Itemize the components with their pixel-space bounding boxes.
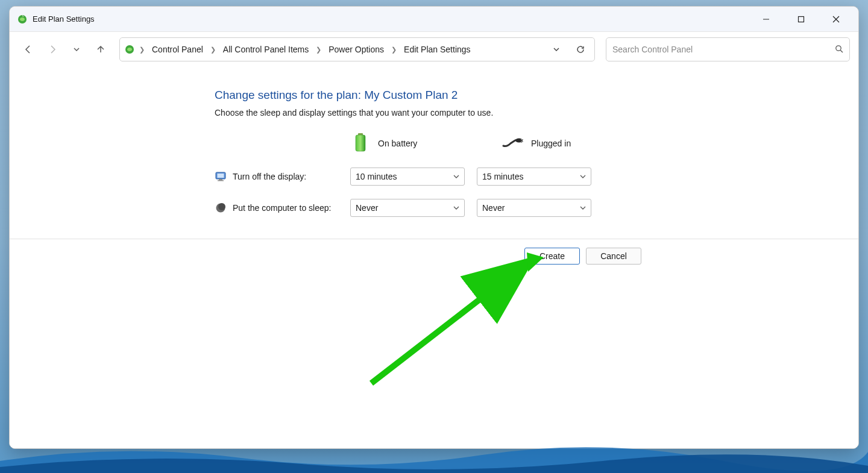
select-value: Never: [356, 203, 378, 213]
cancel-button[interactable]: Cancel: [586, 248, 641, 265]
titlebar: Edit Plan Settings: [10, 7, 858, 32]
breadcrumb-edit-plan[interactable]: Edit Plan Settings: [400, 42, 474, 57]
battery-icon: [350, 132, 371, 154]
chevron-right-icon[interactable]: ❯: [209, 46, 217, 54]
setting-label: Put the computer to sleep:: [215, 202, 350, 214]
breadcrumb-label: All Control Panel Items: [223, 45, 309, 54]
select-value: Never: [482, 203, 505, 213]
column-headers: On battery Plugged in: [350, 132, 624, 154]
create-button[interactable]: Create: [524, 248, 580, 265]
display-off-battery-select[interactable]: 10 minutes: [350, 168, 465, 186]
svg-rect-9: [356, 135, 365, 151]
search-icon: [835, 45, 843, 55]
breadcrumb-all-items[interactable]: All Control Panel Items: [219, 42, 312, 57]
breadcrumb-label: Edit Plan Settings: [404, 45, 471, 54]
page-heading: Change settings for the plan: My Custom …: [215, 89, 624, 102]
svg-rect-12: [521, 141, 523, 142]
plug-icon: [501, 135, 524, 151]
footer-buttons: Create Cancel: [524, 248, 641, 265]
breadcrumb-label: Control Panel: [152, 45, 203, 54]
breadcrumb-power-options[interactable]: Power Options: [325, 42, 388, 57]
select-value: 10 minutes: [356, 172, 397, 181]
footer: Create Cancel: [10, 239, 858, 448]
svg-point-6: [836, 45, 841, 50]
app-icon: [17, 14, 28, 25]
setting-row-display-off: Turn off the display: 10 minutes 15 minu…: [215, 168, 624, 186]
window-root: Edit Plan Settings: [9, 6, 859, 449]
forward-button[interactable]: [42, 39, 63, 60]
svg-rect-14: [218, 174, 224, 178]
back-button[interactable]: [18, 39, 39, 60]
plan-settings-form: Change settings for the plan: My Custom …: [215, 89, 624, 230]
monitor-icon: [215, 171, 227, 183]
recent-locations-button[interactable]: [66, 39, 87, 60]
page-subtext: Choose the sleep and display settings th…: [215, 108, 624, 117]
button-label: Cancel: [600, 251, 627, 261]
chevron-down-icon: [453, 203, 459, 213]
search-input[interactable]: [612, 45, 835, 54]
svg-rect-15: [219, 179, 222, 180]
sleep-battery-select[interactable]: Never: [350, 199, 465, 217]
chevron-down-icon: [580, 172, 586, 181]
select-value: 15 minutes: [482, 172, 523, 181]
column-on-battery: On battery: [350, 132, 465, 154]
chevron-down-icon: [453, 172, 459, 181]
setting-label-text: Turn off the display:: [233, 172, 306, 181]
svg-line-7: [840, 50, 843, 52]
column-plugged-in: Plugged in: [501, 135, 615, 151]
breadcrumb-control-panel[interactable]: Control Panel: [148, 42, 207, 57]
button-label: Create: [539, 251, 565, 261]
location-icon: [124, 43, 136, 55]
moon-icon: [215, 202, 227, 214]
sleep-plugged-select[interactable]: Never: [477, 199, 591, 217]
svg-rect-16: [218, 180, 224, 181]
svg-point-18: [218, 203, 225, 210]
address-bar[interactable]: ❯ Control Panel ❯ All Control Panel Item…: [119, 37, 595, 61]
window-controls: [749, 7, 854, 32]
svg-rect-2: [799, 16, 804, 22]
display-off-plugged-select[interactable]: 15 minutes: [477, 168, 591, 186]
breadcrumb-label: Power Options: [329, 45, 384, 54]
minimize-button[interactable]: [749, 7, 784, 32]
setting-label-text: Put the computer to sleep:: [233, 203, 331, 213]
toolbar: ❯ Control Panel ❯ All Control Panel Item…: [10, 32, 858, 67]
up-button[interactable]: [90, 39, 111, 60]
setting-label: Turn off the display:: [215, 171, 350, 183]
maximize-button[interactable]: [784, 7, 819, 32]
close-button[interactable]: [819, 7, 854, 32]
window-title: Edit Plan Settings: [33, 14, 95, 23]
column-label: Plugged in: [531, 139, 571, 148]
search-box[interactable]: [606, 37, 850, 61]
column-label: On battery: [378, 139, 417, 148]
chevron-right-icon[interactable]: ❯: [315, 46, 322, 54]
setting-row-sleep: Put the computer to sleep: Never Never: [215, 199, 624, 217]
refresh-button[interactable]: [570, 39, 591, 60]
address-dropdown-button[interactable]: [546, 39, 567, 60]
content-area: Change settings for the plan: My Custom …: [10, 67, 858, 448]
svg-rect-11: [521, 139, 523, 140]
chevron-down-icon: [580, 203, 586, 213]
chevron-right-icon[interactable]: ❯: [138, 46, 146, 54]
chevron-right-icon[interactable]: ❯: [390, 46, 398, 54]
